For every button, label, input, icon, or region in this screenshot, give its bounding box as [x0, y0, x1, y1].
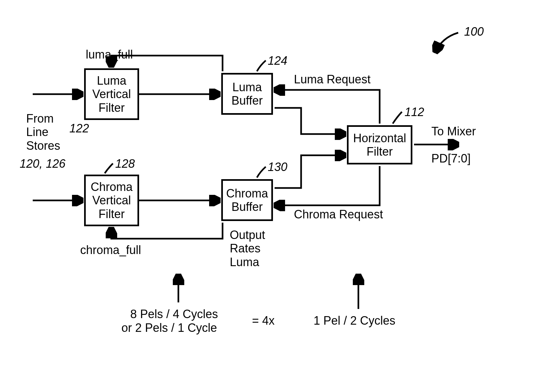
luma-vertical-filter-box: Luma Vertical Filter — [84, 68, 139, 120]
ref-100: 100 — [464, 25, 484, 38]
luma-buffer-box: Luma Buffer — [221, 73, 273, 115]
input-refs: 120, 126 — [20, 157, 65, 170]
ref-124: 124 — [268, 54, 287, 67]
pd-label: PD[7:0] — [431, 152, 471, 165]
horizontal-filter-label: Horizontal Filter — [353, 131, 406, 159]
ref-128: 128 — [115, 157, 135, 170]
input-label: From Line Stores — [26, 112, 60, 152]
luma-buffer-label: Luma Buffer — [231, 80, 262, 108]
rate-left-2: or 2 Pels / 1 Cycle — [121, 321, 217, 334]
luma-request-label: Luma Request — [294, 73, 370, 86]
ref-122: 122 — [69, 122, 89, 135]
rate-left-1: 8 Pels / 4 Cycles — [130, 307, 218, 321]
diagram-canvas: 100 From Line Stores 120, 126 Luma Verti… — [0, 0, 559, 392]
chroma-vertical-filter-label: Chroma Vertical Filter — [91, 180, 133, 221]
ref-130: 130 — [268, 160, 287, 174]
rate-right: 1 Pel / 2 Cycles — [314, 314, 395, 327]
chroma-vertical-filter-box: Chroma Vertical Filter — [84, 175, 139, 226]
luma-full-label: luma_full — [86, 48, 133, 61]
chroma-request-label: Chroma Request — [294, 208, 383, 221]
rate-equals: = 4x — [252, 314, 275, 327]
output-rates-heading: Output Rates Luma — [230, 228, 265, 269]
chroma-buffer-box: Chroma Buffer — [221, 179, 273, 221]
luma-vertical-filter-label: Luma Vertical Filter — [92, 74, 131, 114]
ref-112: 112 — [405, 105, 424, 119]
chroma-buffer-label: Chroma Buffer — [226, 187, 268, 214]
to-mixer-label: To Mixer — [431, 125, 476, 138]
horizontal-filter-box: Horizontal Filter — [347, 125, 412, 164]
chroma-full-label: chroma_full — [80, 243, 141, 257]
